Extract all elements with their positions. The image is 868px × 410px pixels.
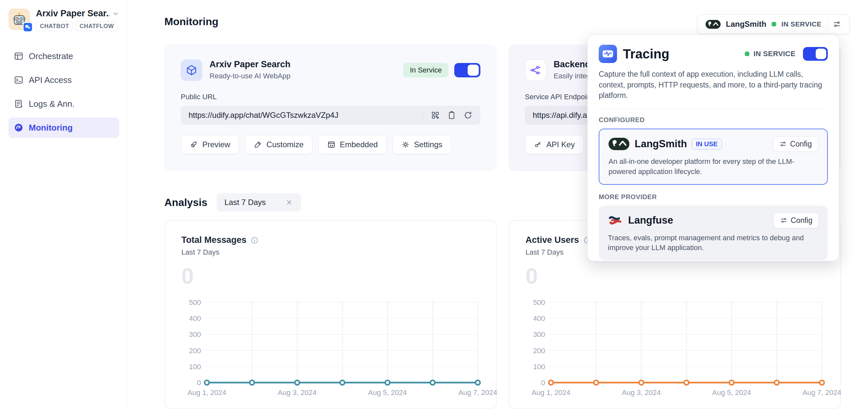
sliders-icon xyxy=(779,140,787,148)
time-range-filter[interactable]: Last 7 Days xyxy=(217,193,301,211)
svg-text:100: 100 xyxy=(189,363,201,371)
sidebar-item-label: Logs & Ann. xyxy=(29,99,74,109)
preview-label: Preview xyxy=(202,140,230,149)
analysis-title: Analysis xyxy=(164,197,208,209)
divider xyxy=(599,109,828,109)
configured-section-label: CONFIGURED xyxy=(599,116,828,124)
svg-text:Aug 3, 2024: Aug 3, 2024 xyxy=(278,388,317,397)
sidebar-item-orchestrate[interactable]: Orchestrate xyxy=(8,46,119,66)
chart-total-value: 0 xyxy=(181,263,480,288)
sidebar-item-label: API Access xyxy=(29,75,72,85)
svg-text:100: 100 xyxy=(533,363,545,371)
total-messages-line-chart: 0100200300400500Aug 1, 2024Aug 3, 2024Au… xyxy=(181,297,481,398)
webapp-actions: Preview Customize Embedded Settings xyxy=(181,135,480,154)
api-key-button[interactable]: API Key xyxy=(525,135,584,154)
svg-text:Aug 5, 2024: Aug 5, 2024 xyxy=(712,388,751,397)
tracing-icon xyxy=(599,45,617,63)
public-url-bar: https://udify.app/chat/WGcGTszwkzaVZp4J xyxy=(181,106,480,125)
webapp-card: Arxiv Paper Search Ready-to-use AI WebAp… xyxy=(164,44,497,171)
svg-text:300: 300 xyxy=(533,330,545,339)
embedded-label: Embedded xyxy=(340,140,378,149)
app-tag-chatbot: CHATBOT xyxy=(36,22,73,31)
svg-text:Aug 7, 2024: Aug 7, 2024 xyxy=(459,388,497,397)
provider-name: Langfuse xyxy=(628,214,673,226)
svg-text:400: 400 xyxy=(189,314,201,322)
key-icon xyxy=(534,140,542,149)
langfuse-config-button[interactable]: Config xyxy=(774,213,819,228)
app-tag-chatflow: CHATFLOW xyxy=(75,22,118,31)
sidebar-item-monitoring[interactable]: Monitoring xyxy=(8,117,119,138)
settings-button[interactable]: Settings xyxy=(393,135,451,154)
sidebar-item-label: Orchestrate xyxy=(29,51,73,61)
sliders-icon[interactable] xyxy=(832,20,841,29)
svg-text:400: 400 xyxy=(533,314,545,322)
svg-text:Aug 3, 2024: Aug 3, 2024 xyxy=(622,388,661,397)
webapp-cube-icon xyxy=(181,59,202,81)
svg-text:500: 500 xyxy=(189,298,201,307)
layout-icon xyxy=(14,51,24,61)
svg-text:200: 200 xyxy=(189,347,201,355)
app-avatar[interactable] xyxy=(8,8,30,30)
svg-text:Aug 5, 2024: Aug 5, 2024 xyxy=(368,388,407,397)
preview-button[interactable]: Preview xyxy=(181,135,239,154)
sliders-icon xyxy=(780,216,787,224)
sidebar-item-label: Monitoring xyxy=(29,123,72,133)
sidebar-nav: Orchestrate API Access Logs & Ann. xyxy=(8,46,119,138)
provider-status: IN SERVICE xyxy=(781,20,822,28)
langsmith-logo xyxy=(609,138,629,150)
langfuse-logo xyxy=(608,214,623,227)
copy-icon[interactable] xyxy=(447,111,456,120)
gauge-icon xyxy=(14,123,24,133)
provider-name: LangSmith xyxy=(726,20,766,29)
webapp-status-badge: In Service xyxy=(403,63,448,77)
analysis-section-header: Analysis Last 7 Days xyxy=(164,193,301,211)
close-icon[interactable] xyxy=(285,199,293,206)
provider-description: An all-in-one developer platform for eve… xyxy=(609,157,818,177)
customize-button[interactable]: Customize xyxy=(245,135,312,154)
provider-card-langfuse[interactable]: Langfuse Config Traces, evals, prompt ma… xyxy=(599,206,828,261)
public-url-label: Public URL xyxy=(181,93,480,101)
provider-description: Traces, evals, prompt management and met… xyxy=(608,233,819,253)
tracing-panel-title: Tracing xyxy=(623,47,745,61)
rocket-icon xyxy=(190,140,198,149)
app-header: Arxiv Paper Sear... CHATBOT CHATFLOW xyxy=(0,0,126,31)
embedded-button[interactable]: Embedded xyxy=(318,135,386,154)
svg-text:200: 200 xyxy=(533,347,545,355)
webapp-card-title: Arxiv Paper Search xyxy=(210,59,403,70)
in-use-badge: IN USE xyxy=(691,139,722,149)
svg-text:500: 500 xyxy=(533,298,545,307)
app-name: Arxiv Paper Sear... xyxy=(36,8,110,19)
tracing-provider-pill[interactable]: LangSmith IN SERVICE xyxy=(698,14,850,34)
monitoring-page: Arxiv Paper Sear... CHATBOT CHATFLOW Orc… xyxy=(0,0,868,410)
config-label: Config xyxy=(791,216,812,225)
divider xyxy=(423,110,423,120)
svg-text:Aug 7, 2024: Aug 7, 2024 xyxy=(803,388,841,397)
app-type-badge-icon xyxy=(23,22,33,32)
info-icon[interactable] xyxy=(250,236,259,244)
langsmith-config-button[interactable]: Config xyxy=(773,136,818,152)
sidebar-item-api-access[interactable]: API Access xyxy=(8,70,119,90)
svg-text:Aug 1, 2024: Aug 1, 2024 xyxy=(532,388,570,397)
paintbrush-icon xyxy=(254,140,262,149)
chart-title: Total Messages xyxy=(181,235,246,245)
webapp-enable-toggle[interactable] xyxy=(454,63,480,77)
tracing-enable-toggle[interactable] xyxy=(803,47,828,61)
svg-text:Aug 1, 2024: Aug 1, 2024 xyxy=(188,388,226,397)
qr-code-icon[interactable] xyxy=(431,111,440,120)
tracing-status: IN SERVICE xyxy=(754,49,796,58)
active-users-line-chart: 0100200300400500Aug 1, 2024Aug 3, 2024Au… xyxy=(526,297,825,398)
embed-code-icon xyxy=(327,140,336,149)
backend-api-icon xyxy=(525,59,547,81)
chevron-down-icon[interactable] xyxy=(112,10,119,17)
chart-subtitle: Last 7 Days xyxy=(181,248,480,257)
chart-title: Active Users xyxy=(526,235,579,245)
refresh-icon[interactable] xyxy=(463,111,472,120)
settings-label: Settings xyxy=(414,140,442,149)
langsmith-logo xyxy=(706,20,721,29)
config-label: Config xyxy=(790,140,812,148)
terminal-icon xyxy=(14,75,24,85)
divider xyxy=(827,20,827,28)
provider-card-langsmith[interactable]: LangSmith IN USE Config An all-in-one de… xyxy=(599,129,828,185)
sidebar-item-logs[interactable]: Logs & Ann. xyxy=(8,94,119,114)
public-url-value: https://udify.app/chat/WGcGTszwkzaVZp4J xyxy=(189,111,423,120)
